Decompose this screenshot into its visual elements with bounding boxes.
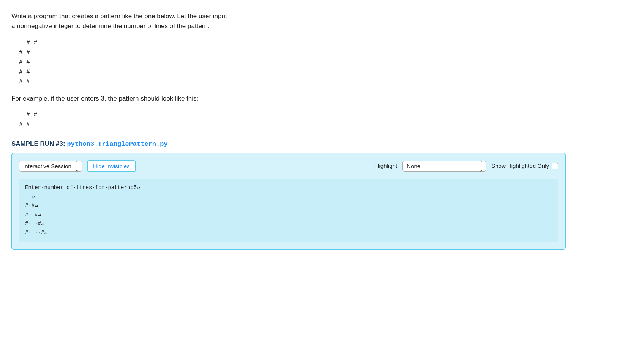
description-line1: Write a program that creates a pattern l… <box>11 11 338 21</box>
sample-run-label: SAMPLE RUN #3: <box>11 140 65 147</box>
session-toolbar: Interactive Session Code Editor Output ⌃… <box>19 160 558 172</box>
pattern-example: # # # # <box>19 110 633 129</box>
problem-description: Write a program that creates a pattern l… <box>11 11 338 31</box>
highlight-label: Highlight: <box>375 162 399 170</box>
toolbar-right: Highlight: None Input Output ⌃⌄ Show Hig… <box>375 161 558 172</box>
session-select-wrapper[interactable]: Interactive Session Code Editor Output ⌃… <box>19 161 82 172</box>
highlight-select-wrapper[interactable]: None Input Output ⌃⌄ <box>402 161 486 172</box>
session-container: Interactive Session Code Editor Output ⌃… <box>11 153 566 250</box>
sample-run-command: python3 TrianglePattern.py <box>67 140 167 148</box>
session-output: Enter·number·of·lines·for·pattern:5↵ ↵ #… <box>19 179 558 242</box>
sample-run-heading: SAMPLE RUN #3: python3 TrianglePattern.p… <box>11 139 633 149</box>
pattern-main: # # # # # # # # # # <box>19 38 633 87</box>
highlight-select[interactable]: None Input Output <box>402 161 486 172</box>
show-highlighted-checkbox[interactable] <box>552 163 558 169</box>
hide-invisibles-button[interactable]: Hide Invisibles <box>87 160 136 172</box>
session-select[interactable]: Interactive Session Code Editor Output <box>19 161 82 172</box>
description-line2: a nonnegative integer to determine the n… <box>11 21 338 31</box>
show-highlighted-label: Show Highlighted Only <box>491 162 558 170</box>
show-highlighted-text: Show Highlighted Only <box>491 162 549 170</box>
for-example-text: For example, if the user enters 3, the p… <box>11 94 633 104</box>
